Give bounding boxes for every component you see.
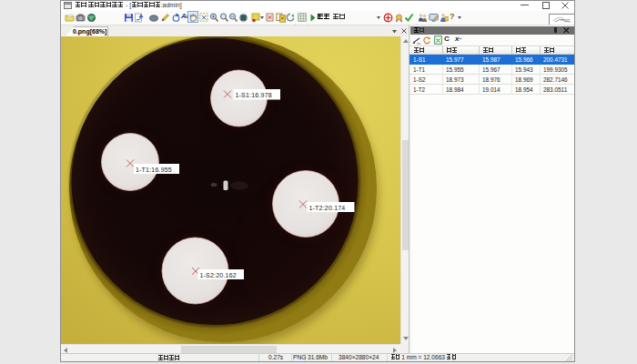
svg-text:1-S2:20.162: 1-S2:20.162	[200, 272, 237, 278]
svg-text:1-T1:16.955: 1-T1:16.955	[136, 167, 172, 173]
svg-text:1-S1:16.978: 1-S1:16.978	[236, 92, 272, 98]
svg-text:1-T2:20.174: 1-T2:20.174	[309, 205, 346, 211]
